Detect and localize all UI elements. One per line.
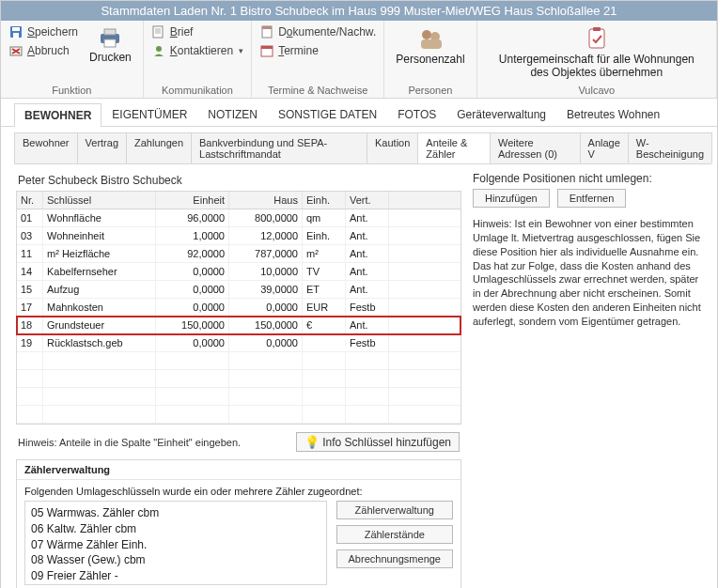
abrechnungsmenge-button[interactable]: Abrechnungsmenge xyxy=(336,549,453,568)
col-einheit[interactable]: Einheit xyxy=(156,192,229,209)
personenzahl-button[interactable]: Personenzahl xyxy=(392,24,468,68)
cell-nr: 03 xyxy=(17,227,43,244)
main-tab-notizen[interactable]: NOTIZEN xyxy=(197,102,268,126)
group-label-vulcavo: Vulcavo xyxy=(485,83,709,96)
svg-rect-8 xyxy=(104,39,116,47)
people-icon xyxy=(416,26,445,51)
cell-vert: Festb xyxy=(346,334,389,351)
cell-nr: 18 xyxy=(17,317,43,333)
zaehlerverwaltung-button[interactable]: Zählerverwaltung xyxy=(336,501,453,519)
cell-haus: 787,0000 xyxy=(229,245,303,262)
table-row[interactable]: 17Mahnkosten0,00000,0000EURFestb xyxy=(17,299,460,317)
cell-haus: 150,0000 xyxy=(229,317,303,333)
cell-nr: 19 xyxy=(17,334,43,351)
cell-vert: Ant. xyxy=(346,281,389,298)
cell-key: Wohneinheit xyxy=(43,227,156,244)
termine-button[interactable]: Termine xyxy=(259,43,376,58)
vulcavo-label: Untergemeinschaft für alle Wohnungen des… xyxy=(492,53,701,79)
cell-einheit: 150,0000 xyxy=(156,317,229,333)
table-row[interactable]: 03Wohneinheit1,000012,0000Einh.Ant. xyxy=(17,227,460,245)
cell-nr: 14 xyxy=(17,263,43,280)
cell-haus: 12,0000 xyxy=(229,227,303,244)
svg-rect-15 xyxy=(262,26,272,29)
svg-rect-20 xyxy=(421,39,442,49)
dokumente-button[interactable]: Dokumente/Nachw. xyxy=(259,24,376,39)
cell-haus: 0,0000 xyxy=(229,334,303,351)
sub-tab-vertrag[interactable]: Vertrag xyxy=(77,132,127,163)
cell-haus: 800,0000 xyxy=(229,209,303,226)
cell-vert: Ant. xyxy=(346,245,389,262)
table-row[interactable]: 11m² Heizfläche92,0000787,0000m²Ant. xyxy=(17,245,460,263)
kontaktieren-button[interactable]: Kontaktieren ▾ xyxy=(151,43,243,58)
cell-nr: 01 xyxy=(17,209,43,226)
save-button[interactable]: Speichern xyxy=(8,24,78,39)
cell-einheit: 92,0000 xyxy=(156,245,229,262)
brief-button[interactable]: Brief xyxy=(151,24,243,39)
sub-tab-weitere-adressen-0-[interactable]: Weitere Adressen (0) xyxy=(490,132,581,163)
main-tab-geräteverwaltung[interactable]: Geräteverwaltung xyxy=(446,102,556,126)
cell-vert: Ant. xyxy=(346,263,389,280)
list-item[interactable]: 09 Freier Zähler - xyxy=(31,568,320,584)
cell-key: Wohnfläche xyxy=(43,209,156,226)
ribbon-group-funktion: Speichern Abbruch Drucken Fun xyxy=(1,21,144,98)
svg-rect-17 xyxy=(261,46,273,49)
col-nr[interactable]: Nr. xyxy=(17,192,43,209)
print-button[interactable]: Drucken xyxy=(86,24,135,66)
table-row[interactable]: 14Kabelfernseher0,000010,0000TVAnt. xyxy=(17,263,460,281)
cell-einheit: 96,0000 xyxy=(156,209,229,226)
list-item[interactable]: 07 Wärme Zähler Einh. xyxy=(31,537,320,553)
entfernen-button[interactable]: Entfernen xyxy=(557,189,627,208)
main-tab-fotos[interactable]: FOTOS xyxy=(387,102,446,126)
sub-tab-bankverbindung-und-sepa-lastschriftmandat[interactable]: Bankverbindung und SEPA-Lastschriftmanda… xyxy=(191,132,367,163)
cell-key: Rücklastsch.geb xyxy=(43,334,156,351)
list-item[interactable]: 10 Freier Zähler - xyxy=(31,584,320,585)
table-row[interactable]: 19Rücklastsch.geb0,00000,0000Festb xyxy=(17,334,460,352)
sub-tab-zahlungen[interactable]: Zahlungen xyxy=(126,132,192,163)
save-label: Speichern xyxy=(27,25,78,39)
sub-tabs: BewohnerVertragZahlungenBankverbindung u… xyxy=(1,127,717,163)
cancel-button[interactable]: Abbruch xyxy=(8,43,78,58)
table-row[interactable]: 01Wohnfläche96,0000800,0000qmAnt. xyxy=(17,209,460,227)
sub-tab-w-bescheinigung[interactable]: W-Bescheinigung xyxy=(628,132,712,163)
info-schluessel-button[interactable]: 💡 Info Schlüssel hinzufügen xyxy=(296,432,460,452)
sub-tab-bewohner[interactable]: Bewohner xyxy=(14,132,78,163)
sub-tab-kaution[interactable]: Kaution xyxy=(367,132,418,163)
table-row[interactable]: 18Grundsteuer150,0000150,0000€Ant. xyxy=(17,317,460,334)
col-einh[interactable]: Einh. xyxy=(303,192,346,209)
col-haus[interactable]: Haus xyxy=(229,192,303,209)
sub-tab-anlage-v[interactable]: Anlage V xyxy=(580,132,629,163)
table-row[interactable]: 15Aufzug0,000039,0000ETAnt. xyxy=(17,281,460,299)
svg-rect-2 xyxy=(13,33,19,38)
list-item[interactable]: 08 Wasser (Gew.) cbm xyxy=(31,552,320,568)
list-item[interactable]: 05 Warmwas. Zähler cbm xyxy=(31,505,320,521)
grid-header: Nr. Schlüssel Einheit Haus Einh. Vert. xyxy=(17,192,460,209)
ribbon-group-termine: Dokumente/Nachw. Termine Termine & Nachw… xyxy=(252,21,384,98)
svg-point-18 xyxy=(422,30,431,39)
sub-tab-anteile-z-hler[interactable]: Anteile & Zähler xyxy=(417,132,491,163)
main-tab-bewohner[interactable]: BEWOHNER xyxy=(14,103,101,127)
zaehlerstaende-button[interactable]: Zählerstände xyxy=(336,525,453,544)
ribbon-group-personen: Personenzahl Personen xyxy=(384,21,476,98)
svg-rect-9 xyxy=(153,26,163,38)
cell-einh: EUR xyxy=(303,299,346,316)
personenzahl-label: Personenzahl xyxy=(396,53,464,66)
cell-key: Kabelfernseher xyxy=(43,263,156,280)
cell-einh xyxy=(303,340,346,346)
main-tab-eigentümer[interactable]: EIGENTÜMER xyxy=(101,102,197,126)
col-schluessel[interactable]: Schlüssel xyxy=(43,192,156,209)
svg-rect-1 xyxy=(12,27,20,31)
lightbulb-icon: 💡 xyxy=(304,435,320,449)
main-tab-betreutes-wohnen[interactable]: Betreutes Wohnen xyxy=(556,102,670,126)
cell-vert: Ant. xyxy=(346,317,389,333)
owner-name: Peter Schubeck Bistro Schubeck xyxy=(16,170,461,191)
hinzufuegen-button[interactable]: Hinzufügen xyxy=(473,189,550,208)
cell-key: m² Heizfläche xyxy=(43,245,156,262)
cell-einh: Einh. xyxy=(303,227,346,244)
col-vert[interactable]: Vert. xyxy=(346,192,389,209)
dokumente-label: Dokumente/Nachw. xyxy=(278,25,376,39)
list-item[interactable]: 06 Kaltw. Zähler cbm xyxy=(31,521,320,537)
zaehler-list[interactable]: 05 Warmwas. Zähler cbm06 Kaltw. Zähler c… xyxy=(24,501,327,585)
left-pane: Peter Schubeck Bistro Schubeck Nr. Schlü… xyxy=(14,164,467,588)
vulcavo-button[interactable]: Untergemeinschaft für alle Wohnungen des… xyxy=(489,24,705,81)
main-tab-sonstige-daten[interactable]: SONSTIGE DATEN xyxy=(268,102,387,126)
